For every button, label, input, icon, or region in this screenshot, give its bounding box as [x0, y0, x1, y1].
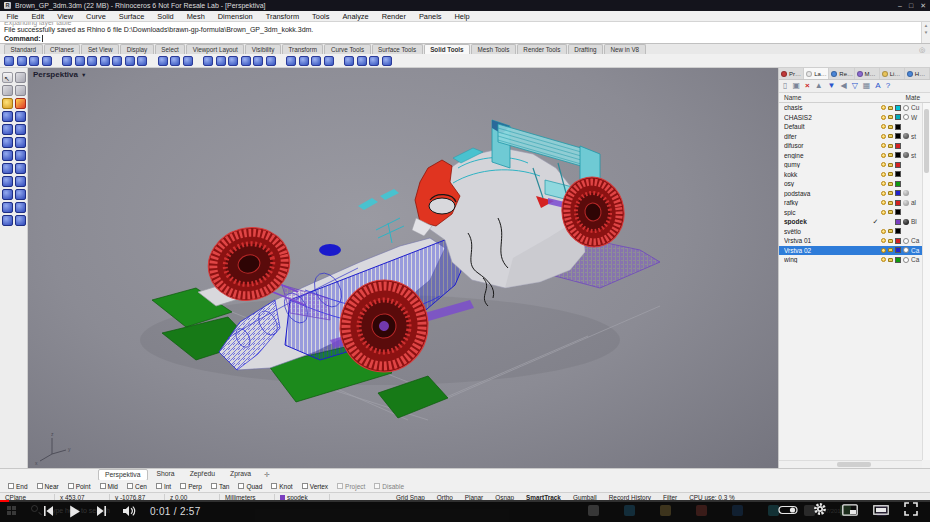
toolbar-tab[interactable]: Render Tools: [517, 44, 567, 54]
layer-visibility-bulb-icon[interactable]: [881, 162, 886, 167]
layer-row[interactable]: rafky ✓ al: [779, 198, 922, 208]
sidebar-tool-icon[interactable]: [2, 176, 13, 187]
checkbox-icon[interactable]: [374, 483, 380, 489]
sidebar-tool-icon[interactable]: [15, 124, 26, 135]
layer-row[interactable]: gumy ✓: [779, 160, 922, 170]
layer-color-swatch[interactable]: [895, 190, 901, 196]
toolbar-icon[interactable]: [75, 56, 85, 66]
layer-visibility-bulb-icon[interactable]: [881, 115, 886, 120]
layer-color-swatch[interactable]: [895, 124, 901, 130]
layer-visibility-bulb-icon[interactable]: [881, 229, 886, 234]
volume-icon[interactable]: [115, 502, 142, 520]
sidebar-tool-icon[interactable]: [15, 111, 26, 122]
toolbar-icon[interactable]: [311, 56, 321, 66]
toolbar-tab[interactable]: Visibility: [245, 44, 281, 54]
sidebar-tool-icon[interactable]: [2, 163, 13, 174]
layer-row[interactable]: Vrstva 02 ✓ Ca: [779, 246, 922, 256]
layer-lock-icon[interactable]: [888, 258, 893, 262]
layer-color-swatch[interactable]: [895, 228, 901, 234]
layer-visibility-bulb-icon[interactable]: [881, 134, 886, 139]
menu-item[interactable]: Mesh: [180, 12, 211, 21]
toolbar-icon[interactable]: [286, 56, 296, 66]
osnap-checkbox[interactable]: End: [8, 483, 28, 490]
toolbar-icon[interactable]: [158, 56, 168, 66]
fullscreen-icon[interactable]: [904, 502, 918, 520]
sidebar-tool-icon[interactable]: [2, 215, 13, 226]
checkbox-icon[interactable]: [337, 483, 343, 489]
viewport-tab[interactable]: Perspektiva: [98, 469, 148, 481]
toolbar-options-icon[interactable]: ◎: [919, 45, 925, 54]
layer-visibility-bulb-icon[interactable]: [881, 181, 886, 186]
command-prompt[interactable]: Command:: [4, 35, 43, 42]
osnap-checkbox[interactable]: Near: [37, 483, 59, 490]
layer-row[interactable]: světlo ✓: [779, 227, 922, 237]
minimize-button[interactable]: –: [898, 2, 902, 10]
tab-help[interactable]: H…: [905, 68, 930, 79]
toolbar-icon[interactable]: [112, 56, 122, 66]
checkbox-icon[interactable]: [100, 483, 106, 489]
checkbox-icon[interactable]: [302, 483, 308, 489]
layer-color-swatch[interactable]: [895, 143, 901, 149]
toolbar-tab[interactable]: New in V8: [604, 44, 646, 54]
layer-visibility-bulb-icon[interactable]: [881, 210, 886, 215]
layer-row[interactable]: podstava ✓: [779, 189, 922, 199]
layer-lock-icon[interactable]: [888, 239, 893, 243]
toolbar-icon[interactable]: [344, 56, 354, 66]
scroll-down-icon[interactable]: ▼: [922, 29, 930, 36]
osnap-checkbox[interactable]: Cen: [127, 483, 147, 490]
layer-lock-icon[interactable]: [888, 172, 893, 176]
layer-lock-icon[interactable]: [888, 153, 893, 157]
miniplayer-icon[interactable]: [842, 502, 858, 520]
toolbar-icon[interactable]: [253, 56, 263, 66]
settings-gear-icon[interactable]: [813, 502, 827, 520]
sidebar-tool-icon[interactable]: [2, 111, 13, 122]
osnap-checkbox[interactable]: Project: [337, 483, 365, 490]
osnap-checkbox[interactable]: Tan: [211, 483, 229, 490]
sidebar-tool-icon[interactable]: [2, 85, 13, 96]
layer-visibility-bulb-icon[interactable]: [881, 105, 886, 110]
osnap-checkbox[interactable]: Knot: [271, 483, 292, 490]
sidebar-tool-icon[interactable]: [2, 98, 13, 109]
select-filter-icon[interactable]: ▦: [863, 82, 871, 90]
checkbox-icon[interactable]: [127, 483, 133, 489]
sidebar-tool-icon[interactable]: [15, 163, 26, 174]
layer-row[interactable]: spodek ✓ Bl: [779, 217, 922, 227]
layer-color-swatch[interactable]: [895, 200, 901, 206]
filter-icon[interactable]: ▽: [852, 82, 858, 90]
toolbar-tab[interactable]: Set View: [81, 44, 119, 54]
toolbar-icon[interactable]: [170, 56, 180, 66]
help-icon[interactable]: ?: [886, 82, 890, 90]
viewport-tab[interactable]: Shora: [151, 469, 181, 481]
panel-vertical-scrollbar[interactable]: [922, 103, 930, 460]
toolbar-icon[interactable]: [87, 56, 97, 66]
layer-color-swatch[interactable]: [895, 209, 901, 215]
toolbar-icon[interactable]: [228, 56, 238, 66]
scrollbar-thumb[interactable]: [837, 462, 871, 467]
toolbar-icon[interactable]: [369, 56, 379, 66]
toolbar-icon[interactable]: [29, 56, 39, 66]
osnap-checkbox[interactable]: Perp: [180, 483, 202, 490]
sidebar-tool-icon[interactable]: [2, 189, 13, 200]
osnap-checkbox[interactable]: Int: [156, 483, 171, 490]
layer-color-swatch[interactable]: [895, 162, 901, 168]
toolbar-icon[interactable]: [324, 56, 334, 66]
close-button[interactable]: ✕: [920, 2, 926, 10]
scroll-up-icon[interactable]: ▲: [922, 22, 930, 29]
menu-item[interactable]: Analyze: [336, 12, 375, 21]
sidebar-tool-icon[interactable]: ↖: [2, 72, 13, 83]
layer-lock-icon[interactable]: [888, 144, 893, 148]
layer-material-icon[interactable]: [903, 219, 909, 225]
layer-visibility-bulb-icon[interactable]: [881, 238, 886, 243]
layer-lock-icon[interactable]: [888, 163, 893, 167]
layer-material-icon[interactable]: [903, 257, 909, 263]
sidebar-tool-icon[interactable]: [15, 150, 26, 161]
toolbar-tab[interactable]: Surface Tools: [372, 44, 423, 54]
layer-visibility-bulb-icon[interactable]: [881, 172, 886, 177]
panel-horizontal-scrollbar[interactable]: [779, 460, 922, 468]
viewport-tab[interactable]: Zepředu: [184, 469, 221, 481]
layer-row[interactable]: Vrstva 01 ✓ Ca: [779, 236, 922, 246]
layer-material-icon[interactable]: [903, 152, 909, 158]
toolbar-icon[interactable]: [357, 56, 367, 66]
checkbox-icon[interactable]: [180, 483, 186, 489]
toolbar-tab[interactable]: Drafting: [568, 44, 603, 54]
